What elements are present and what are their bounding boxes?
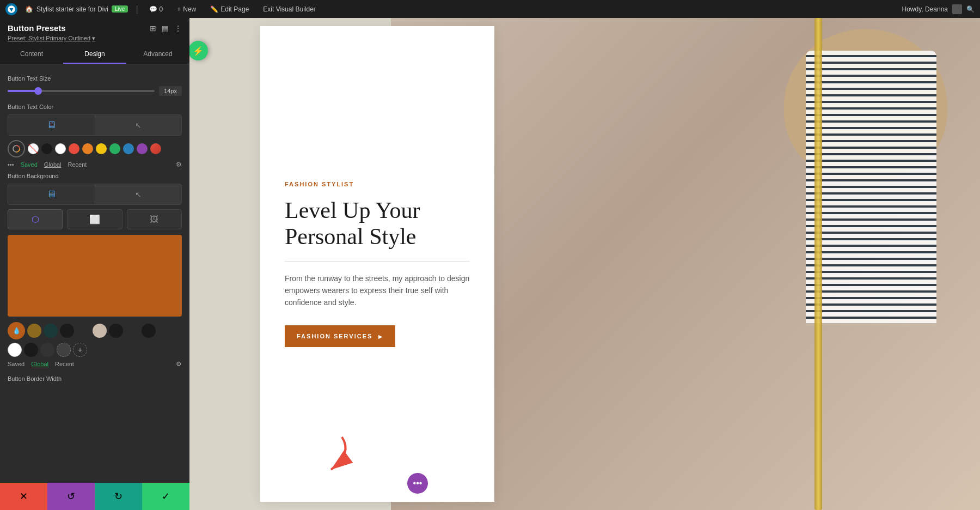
edit-page-button[interactable]: ✏️ Edit Page bbox=[207, 4, 252, 14]
live-badge: Live bbox=[112, 5, 128, 13]
bottom-swatch-dark[interactable] bbox=[24, 343, 38, 357]
recent-swatch-7[interactable] bbox=[125, 324, 139, 338]
tab-design[interactable]: Design bbox=[63, 45, 126, 64]
swatch-purple[interactable] bbox=[137, 143, 148, 154]
color-picker-icon[interactable] bbox=[8, 140, 25, 157]
btn-text-color-row: 🖥 ↖ bbox=[8, 114, 182, 136]
more-options-button[interactable]: ••• bbox=[407, 473, 428, 494]
bottom-swatch-white[interactable] bbox=[8, 343, 22, 357]
swatch-yellow[interactable] bbox=[96, 143, 107, 154]
swatch-blue[interactable] bbox=[123, 143, 134, 154]
site-icon: 🏠 bbox=[25, 5, 33, 13]
recent-swatch-4[interactable] bbox=[76, 324, 90, 338]
color-tab-recent-2[interactable]: Recent bbox=[55, 361, 74, 367]
sep1: | bbox=[136, 4, 138, 14]
swatch-black[interactable] bbox=[41, 143, 52, 154]
exit-builder-button[interactable]: Exit Visual Builder bbox=[260, 4, 319, 14]
wordpress-icon[interactable] bbox=[5, 3, 17, 15]
btn-text-color-label: Button Text Color bbox=[8, 104, 182, 110]
hero-card: FASHION STYLIST Level Up Your Personal S… bbox=[260, 26, 494, 502]
card-cta-button[interactable]: FASHION SERVICES ▶ bbox=[285, 325, 395, 347]
bottom-bar: ✕ ↺ ↻ ✓ bbox=[0, 483, 189, 510]
panel-content: Button Text Size 14px Button Text Color … bbox=[0, 64, 189, 510]
color-tab-saved[interactable]: Saved bbox=[21, 161, 38, 168]
add-swatch-button[interactable]: + bbox=[73, 343, 87, 357]
comment-count[interactable]: 💬 0 bbox=[146, 4, 167, 14]
recent-colors-row: 💧 bbox=[8, 322, 182, 339]
slider-thumb[interactable] bbox=[34, 87, 42, 95]
color-cursor-btn[interactable]: ↖ bbox=[95, 115, 182, 135]
cancel-button[interactable]: ✕ bbox=[0, 483, 47, 510]
recent-swatch-8[interactable] bbox=[142, 324, 156, 338]
comment-icon: 💬 bbox=[149, 5, 157, 13]
panel-title: Button Presets bbox=[8, 23, 66, 33]
color-tab-global[interactable]: Global bbox=[44, 161, 62, 168]
more-icon[interactable]: ⋮ bbox=[174, 24, 182, 33]
slider-value[interactable]: 14px bbox=[159, 86, 182, 96]
undo-button[interactable]: ↺ bbox=[47, 483, 95, 510]
swatch-green[interactable] bbox=[109, 143, 120, 154]
save-icon: ✓ bbox=[162, 490, 170, 502]
card-body: From the runway to the streets, my appro… bbox=[285, 272, 470, 309]
divi-edge-button[interactable]: ⚡ bbox=[189, 41, 208, 60]
recent-swatch-2[interactable] bbox=[44, 324, 58, 338]
color-settings-icon[interactable]: ⚙ bbox=[176, 161, 182, 168]
swatch-crimson[interactable] bbox=[150, 143, 161, 154]
rack-pole bbox=[814, 18, 822, 510]
bottom-swatches-row: + bbox=[8, 343, 182, 357]
site-name[interactable]: Stylist starter site for Divi bbox=[36, 5, 108, 13]
bg-type-color[interactable]: ⬡ bbox=[8, 209, 63, 229]
arrow-indicator bbox=[298, 432, 364, 477]
recent-swatch-5[interactable] bbox=[93, 324, 107, 338]
redo-button[interactable]: ↻ bbox=[95, 483, 142, 510]
fill-icon: ⬡ bbox=[32, 214, 39, 224]
user-greeting: Howdy, Deanna bbox=[902, 5, 948, 13]
swatch-red[interactable] bbox=[69, 143, 79, 154]
recent-color-eyedropper[interactable]: 💧 bbox=[8, 322, 25, 339]
grid-icon[interactable]: ⊞ bbox=[150, 24, 156, 33]
recent-swatch-6[interactable] bbox=[109, 324, 123, 338]
swatch-transparent[interactable] bbox=[28, 143, 39, 154]
btn-bg-monitor[interactable]: 🖥 bbox=[8, 184, 95, 204]
slider-track[interactable] bbox=[8, 90, 155, 92]
btn-bg-split-row: 🖥 ↖ bbox=[8, 184, 182, 205]
new-button[interactable]: + New bbox=[174, 4, 199, 14]
panel-header-icons: ⊞ ▤ ⋮ bbox=[150, 24, 182, 33]
cursor-icon-2: ↖ bbox=[135, 190, 142, 199]
plus-icon: + bbox=[177, 5, 181, 13]
save-button[interactable]: ✓ bbox=[142, 483, 189, 510]
btn-border-width-label: Button Border Width bbox=[8, 375, 182, 382]
slider-fill bbox=[8, 90, 37, 92]
btn-bg-label: Button Background bbox=[8, 173, 182, 179]
bg-type-image[interactable]: 🖼 bbox=[127, 209, 182, 229]
panel-subtitle: Preset: Stylist Primary Outlined ▾ bbox=[8, 35, 182, 42]
btn-text-size-slider-row: 14px bbox=[8, 86, 182, 96]
color-tab-saved-2[interactable]: Saved bbox=[8, 361, 24, 367]
search-icon[interactable]: 🔍 bbox=[966, 5, 975, 13]
swatch-white[interactable] bbox=[55, 143, 66, 154]
card-eyebrow: FASHION STYLIST bbox=[285, 181, 470, 187]
main-color-swatch[interactable] bbox=[8, 235, 182, 317]
panel-tabs: Content Design Advanced bbox=[0, 45, 189, 64]
columns-icon[interactable]: ▤ bbox=[162, 24, 169, 33]
color-settings-icon-2[interactable]: ⚙ bbox=[176, 360, 182, 368]
panel-header: Button Presets ⊞ ▤ ⋮ Preset: Stylist Pri… bbox=[0, 18, 189, 45]
bottom-swatch-transparent[interactable] bbox=[57, 343, 71, 357]
tab-content[interactable]: Content bbox=[0, 45, 63, 64]
recent-swatch-3[interactable] bbox=[60, 324, 74, 338]
color-tab-recent[interactable]: Recent bbox=[68, 161, 87, 168]
top-bar: 🏠 Stylist starter site for Divi Live | 💬… bbox=[0, 0, 980, 18]
btn-bg-cursor[interactable]: ↖ bbox=[95, 184, 182, 204]
canvas: ⚡ FASHION STYLIST Level Up Your Personal… bbox=[189, 18, 980, 510]
tab-advanced[interactable]: Advanced bbox=[126, 45, 189, 64]
swatch-orange[interactable] bbox=[82, 143, 93, 154]
pencil-icon: ✏️ bbox=[210, 5, 218, 13]
color-tab-global-2[interactable]: Global bbox=[31, 361, 48, 367]
bg-type-gradient[interactable]: ⬜ bbox=[67, 209, 122, 229]
user-avatar[interactable] bbox=[952, 4, 962, 14]
card-divider bbox=[285, 261, 470, 262]
recent-swatch-1[interactable] bbox=[27, 324, 41, 338]
image-icon: 🖼 bbox=[150, 215, 158, 224]
color-monitor-btn[interactable]: 🖥 bbox=[8, 115, 95, 135]
bottom-swatch-darker[interactable] bbox=[40, 343, 54, 357]
